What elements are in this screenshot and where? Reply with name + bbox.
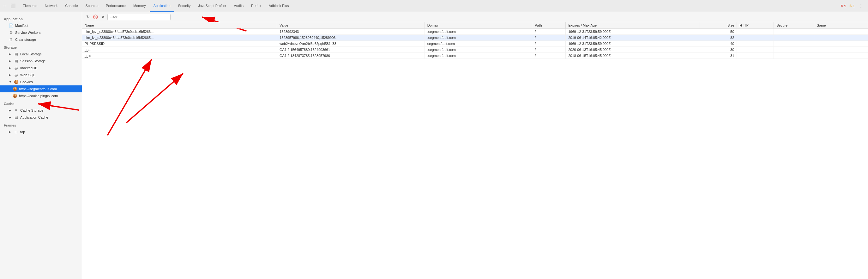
cell-expires: 2020-06-13T16:05:45.000Z bbox=[566, 47, 700, 53]
cell-domain: .segmentfault.com bbox=[425, 47, 532, 53]
error-badge: ⊗ 9 bbox=[840, 4, 846, 8]
cell-value: web2~dnevn0vm2bi6d62pqhi581if33 bbox=[277, 41, 425, 47]
table-row[interactable]: Hm_lpvt_e23800c454aa573c0ccb16b5266...15… bbox=[82, 29, 868, 35]
sidebar-item-indexeddb[interactable]: ▶ ◎ IndexedDB bbox=[0, 64, 82, 72]
refresh-button[interactable]: ↻ bbox=[85, 14, 91, 20]
application-cache-icon: ▤ bbox=[14, 115, 18, 119]
table-row[interactable]: Hm_lvt_e23800c454aa573c0ccb16b52665...15… bbox=[82, 35, 868, 41]
tab-adblock-plus[interactable]: Adblock Plus bbox=[265, 0, 293, 12]
sidebar-item-pingxx[interactable]: 🍪 https://cookie.pingxx.com bbox=[0, 92, 82, 99]
sidebar-item-cookies-label: Cookies bbox=[20, 80, 33, 84]
cell-domain: segmentfault.com bbox=[425, 41, 532, 47]
tab-javascript-profiler[interactable]: JavaScript Profiler bbox=[194, 0, 230, 12]
expand-arrow-session-storage: ▶ bbox=[9, 59, 12, 63]
table-row[interactable]: _gaGA1.2.1564957880.1524903661.segmentfa… bbox=[82, 47, 868, 53]
more-options-icon[interactable]: ⋮ bbox=[857, 3, 864, 9]
cell-path: / bbox=[532, 53, 565, 59]
col-header-http[interactable]: HTTP bbox=[737, 22, 774, 29]
cell-name: Hm_lvt_e23800c454aa573c0ccb16b52665... bbox=[82, 35, 277, 41]
cookies-data-table: Name Value Domain Path Expires / Max-Age… bbox=[82, 22, 868, 59]
cell-path: / bbox=[532, 29, 565, 35]
table-row[interactable]: PHPSESSIDweb2~dnevn0vm2bi6d62pqhi581if33… bbox=[82, 41, 868, 47]
warn-count: 1 bbox=[853, 4, 855, 8]
expand-arrow-application-cache: ▶ bbox=[9, 116, 12, 119]
cell-secure bbox=[774, 29, 814, 35]
sidebar-section-application: Application bbox=[0, 15, 82, 22]
cell-expires: 2018-06-15T16:05:45.000Z bbox=[566, 53, 700, 59]
tab-application[interactable]: Application bbox=[150, 0, 174, 12]
tab-audits[interactable]: Audits bbox=[230, 0, 247, 12]
col-header-domain[interactable]: Domain bbox=[425, 22, 532, 29]
tab-memory[interactable]: Memory bbox=[129, 0, 150, 12]
content-panel: ↻ 🚫 ✕ bbox=[82, 12, 868, 279]
warn-badge: ⚠ 1 bbox=[849, 4, 855, 8]
sidebar-item-web-sql[interactable]: ▶ ◎ Web SQL bbox=[0, 72, 82, 79]
table-row[interactable]: _gidGA1.2.1842873785.1528957986.segmentf… bbox=[82, 53, 868, 59]
devtools-icons: ⊹ ⬜ bbox=[1, 3, 17, 9]
expand-arrow-indexeddb: ▶ bbox=[9, 66, 12, 69]
cookie-table: Name Value Domain Path Expires / Max-Age… bbox=[82, 22, 868, 279]
sidebar-item-segmentfault-label: https://segmentfault.com bbox=[19, 87, 57, 91]
cell-value: 1528992343 bbox=[277, 29, 425, 35]
col-header-value[interactable]: Value bbox=[277, 22, 425, 29]
sidebar-item-manifest-label: Manifest bbox=[15, 24, 28, 28]
cell-name: PHPSESSID bbox=[82, 41, 277, 47]
tab-security[interactable]: Security bbox=[174, 0, 194, 12]
tab-elements[interactable]: Elements bbox=[19, 0, 41, 12]
tab-bar: ⊹ ⬜ ElementsNetworkConsoleSourcesPerform… bbox=[0, 0, 868, 12]
col-header-path[interactable]: Path bbox=[532, 22, 565, 29]
cell-size: 31 bbox=[700, 53, 737, 59]
filter-input[interactable] bbox=[110, 15, 160, 19]
col-header-name[interactable]: Name bbox=[82, 22, 277, 29]
session-storage-icon: ▤ bbox=[14, 59, 18, 63]
expand-arrow-local-storage: ▶ bbox=[9, 53, 12, 56]
sidebar-item-web-sql-label: Web SQL bbox=[20, 73, 35, 77]
sidebar-item-local-storage[interactable]: ▶ ▤ Local Storage bbox=[0, 51, 82, 58]
clear-button[interactable]: 🚫 bbox=[92, 14, 98, 20]
web-sql-icon: ◎ bbox=[14, 73, 18, 77]
tabs-container: ElementsNetworkConsoleSourcesPerformance… bbox=[19, 0, 292, 12]
error-count: 9 bbox=[844, 4, 846, 8]
sidebar-item-manifest[interactable]: 📄 Manifest bbox=[0, 22, 82, 29]
select-element-icon[interactable]: ⊹ bbox=[1, 3, 8, 9]
expand-arrow-top: ▶ bbox=[9, 130, 12, 134]
sidebar-item-segmentfault[interactable]: 🍪 https://segmentfault.com bbox=[0, 85, 82, 92]
cell-secure bbox=[774, 47, 814, 53]
sidebar-item-cookies[interactable]: ▼ 🍪 Cookies bbox=[0, 79, 82, 85]
col-header-secure[interactable]: Secure bbox=[774, 22, 814, 29]
col-header-size[interactable]: Size bbox=[700, 22, 737, 29]
close-button[interactable]: ✕ bbox=[100, 14, 106, 20]
cell-expires: 1969-12-31T23:59:59.000Z bbox=[566, 41, 700, 47]
cell-value: 1528957986,1528969440,15289906... bbox=[277, 35, 425, 41]
tab-performance[interactable]: Performance bbox=[102, 0, 129, 12]
top-frame-icon: □ bbox=[14, 130, 18, 134]
sidebar-item-local-storage-label: Local Storage bbox=[20, 52, 42, 56]
cache-storage-icon: ≡ bbox=[14, 108, 18, 113]
device-toolbar-icon[interactable]: ⬜ bbox=[9, 3, 17, 9]
cell-secure bbox=[774, 53, 814, 59]
sidebar-item-session-storage[interactable]: ▶ ▤ Session Storage bbox=[0, 58, 82, 64]
service-workers-icon: ⚙ bbox=[9, 30, 13, 35]
clear-storage-icon: 🗑 bbox=[9, 37, 13, 42]
sidebar-item-top-label: top bbox=[20, 130, 25, 134]
sidebar-item-cache-storage[interactable]: ▶ ≡ Cache Storage bbox=[0, 107, 82, 114]
sidebar-item-application-cache[interactable]: ▶ ▤ Application Cache bbox=[0, 114, 82, 121]
tab-sources[interactable]: Sources bbox=[82, 0, 102, 12]
cell-path: / bbox=[532, 35, 565, 41]
manifest-icon: 📄 bbox=[9, 23, 13, 28]
sidebar-section-cache: Cache bbox=[0, 99, 82, 107]
cookies-icon: 🍪 bbox=[14, 80, 18, 84]
tab-network[interactable]: Network bbox=[41, 0, 61, 12]
sidebar-item-top[interactable]: ▶ □ top bbox=[0, 129, 82, 135]
tab-console[interactable]: Console bbox=[61, 0, 82, 12]
cell-size: 50 bbox=[700, 29, 737, 35]
cell-domain: .segmentfault.com bbox=[425, 35, 532, 41]
col-header-same[interactable]: Same bbox=[814, 22, 868, 29]
sidebar-item-service-workers[interactable]: ⚙ Service Workers bbox=[0, 29, 82, 36]
tab-redux[interactable]: Redux bbox=[247, 0, 265, 12]
col-header-expires[interactable]: Expires / Max-Age bbox=[566, 22, 700, 29]
cell-same bbox=[814, 35, 868, 41]
sidebar-item-clear-storage[interactable]: 🗑 Clear storage bbox=[0, 36, 82, 43]
cell-http bbox=[737, 35, 774, 41]
cell-domain: .segmentfault.com bbox=[425, 29, 532, 35]
